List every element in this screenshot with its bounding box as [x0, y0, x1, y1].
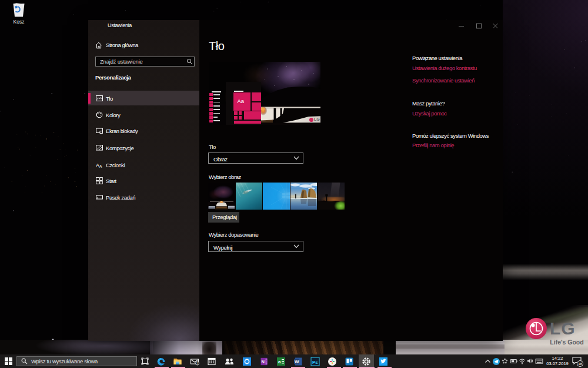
svg-text:A: A: [99, 164, 102, 168]
svg-text:a: a: [278, 359, 281, 364]
svg-text:Ps: Ps: [312, 359, 318, 364]
svg-text:N: N: [261, 359, 264, 364]
svg-text:W: W: [295, 359, 299, 364]
